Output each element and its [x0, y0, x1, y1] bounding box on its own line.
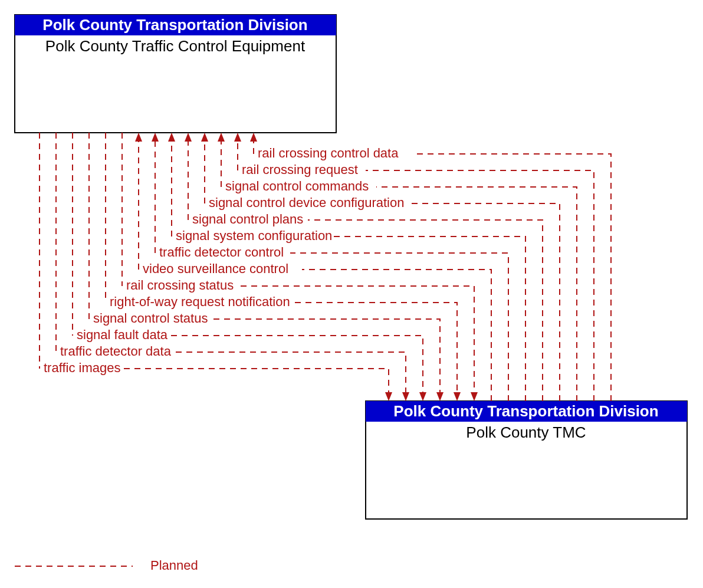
legend-label: Planned [150, 558, 198, 573]
arrowhead-icon [168, 133, 175, 142]
arrowhead-icon [135, 133, 142, 142]
arrowhead-icon [419, 392, 426, 401]
bottom-entity-box: Polk County Transportation Division Polk… [366, 401, 687, 519]
flow-label-to-top-1: rail crossing request [242, 162, 358, 177]
arrowhead-icon [185, 133, 192, 142]
arrowhead-icon [234, 133, 241, 142]
arrowhead-icon [454, 392, 461, 401]
flow-label-to-top-3: signal control device configuration [209, 195, 404, 210]
flow-label-to-bottom-4: traffic detector data [60, 344, 172, 359]
flow-label-to-bottom-3: signal fault data [77, 327, 168, 342]
flow-label-to-bottom-1: right-of-way request notification [110, 294, 290, 309]
flow-label-to-top-5: signal system configuration [176, 228, 332, 243]
flow-label-to-top-0: rail crossing control data [258, 146, 399, 160]
top-box-title-text: Polk County Traffic Control Equipment [45, 37, 305, 55]
arrowhead-icon [436, 392, 444, 401]
arrowhead-icon [471, 392, 478, 401]
flow-label-to-bottom-2: signal control status [93, 311, 208, 326]
flow-label-to-top-2: signal control commands [225, 179, 369, 193]
flow-label-to-top-4: signal control plans [192, 212, 303, 226]
bottom-box-header-text: Polk County Transportation Division [393, 402, 658, 420]
top-entity-box: Polk County Transportation Division Polk… [15, 15, 336, 133]
legend: Planned [15, 558, 198, 573]
arrowhead-icon [152, 133, 159, 142]
arrowhead-icon [385, 392, 392, 401]
arrowhead-icon [402, 392, 409, 401]
architecture-diagram: Polk County Transportation Division Polk… [0, 0, 703, 588]
flow-label-to-bottom-0: rail crossing status [126, 278, 234, 293]
arrowhead-icon [218, 133, 225, 142]
flow-label-to-top-7: video surveillance control [143, 261, 288, 276]
bottom-box-title-text: Polk County TMC [466, 423, 586, 441]
top-box-header-text: Polk County Transportation Division [42, 16, 307, 34]
arrowhead-icon [201, 133, 208, 142]
flow-label-to-top-6: traffic detector control [159, 245, 284, 259]
flow-label-to-bottom-5: traffic images [44, 360, 120, 375]
arrowhead-icon [250, 133, 257, 142]
